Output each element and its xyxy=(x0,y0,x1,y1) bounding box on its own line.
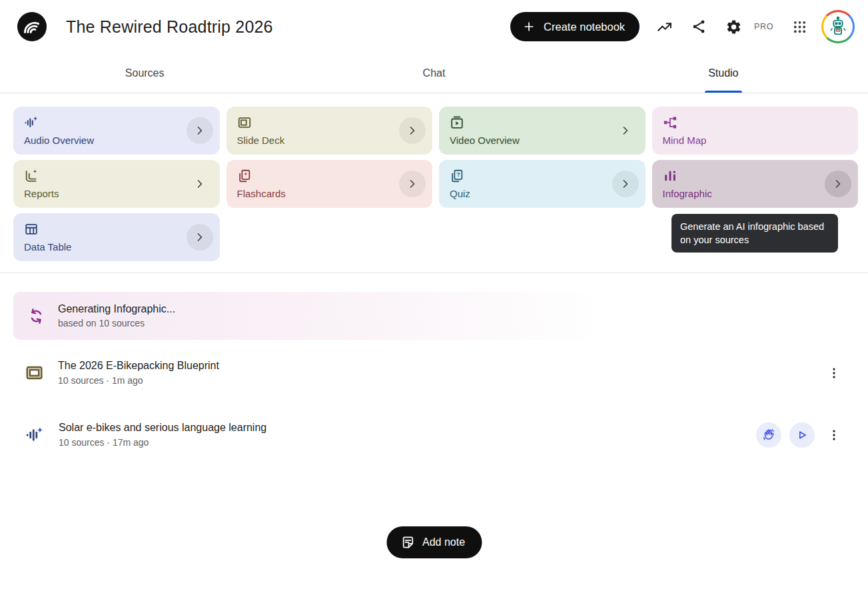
artifact-meta: 10 sources · 1m ago xyxy=(58,375,219,386)
studio-card-label: Data Table xyxy=(24,242,71,252)
add-note-button[interactable]: Add note xyxy=(386,526,482,558)
generating-title: Generating Infographic... xyxy=(58,303,175,315)
studio-card-label: Mind Map xyxy=(663,135,707,145)
chevron-right-icon[interactable] xyxy=(612,171,639,197)
artifact-title: The 2026 E-Bikepacking Blueprint xyxy=(58,360,219,372)
chevron-right-icon[interactable] xyxy=(187,224,213,251)
studio-card-reports[interactable]: Reports xyxy=(13,160,220,208)
artifact-row-slide-deck[interactable]: The 2026 E-Bikepacking Blueprint 10 sour… xyxy=(0,350,868,395)
studio-card-data-table[interactable]: Data Table xyxy=(13,213,220,261)
create-notebook-button[interactable]: Create notebook xyxy=(510,12,640,41)
svg-text:?: ? xyxy=(456,171,460,178)
plus-icon xyxy=(522,20,536,33)
more-options-icon[interactable] xyxy=(824,422,844,448)
share-icon[interactable] xyxy=(683,11,714,42)
settings-gear-icon[interactable] xyxy=(718,11,749,42)
artifact-row-audio-overview[interactable]: Solar e-bikes and serious language learn… xyxy=(0,412,868,457)
studio-card-video-overview[interactable]: Video Overview xyxy=(439,107,646,155)
chevron-right-icon[interactable] xyxy=(187,117,213,144)
mind-map-icon xyxy=(663,115,677,130)
studio-card-label: Video Overview xyxy=(450,135,520,145)
audio-waveform-sparkle-icon xyxy=(24,115,39,130)
tab-sources-label: Sources xyxy=(125,67,165,79)
studio-card-label: Flashcards xyxy=(237,189,286,199)
interactive-mode-button[interactable] xyxy=(756,422,781,448)
studio-card-audio-overview[interactable]: Audio Overview xyxy=(13,107,220,155)
studio-card-infographic[interactable]: Infographic xyxy=(652,160,859,208)
artifact-text: Solar e-bikes and serious language learn… xyxy=(59,422,266,448)
slide-deck-icon xyxy=(237,115,252,130)
artifact-title: Solar e-bikes and serious language learn… xyxy=(59,422,266,434)
studio-card-label: Quiz xyxy=(450,189,470,199)
studio-card-mind-map[interactable]: Mind Map xyxy=(652,107,859,155)
artifact-text: The 2026 E-Bikepacking Blueprint 10 sour… xyxy=(58,360,219,386)
section-divider xyxy=(0,273,868,273)
add-note-label: Add note xyxy=(422,536,465,548)
artifact-meta: 10 sources · 17m ago xyxy=(59,437,266,448)
play-button[interactable] xyxy=(789,422,815,448)
flashcards-icon xyxy=(237,169,252,183)
tab-studio-label: Studio xyxy=(708,67,738,79)
slide-deck-icon xyxy=(25,364,43,382)
tab-chat-label: Chat xyxy=(423,67,446,79)
notebook-title[interactable]: The Rewired Roadtrip 2026 xyxy=(66,17,273,37)
chevron-right-icon[interactable] xyxy=(399,171,426,197)
infographic-tooltip: Generate an AI infographic based on your… xyxy=(671,214,838,253)
chevron-right-icon[interactable] xyxy=(187,171,213,197)
play-icon xyxy=(795,428,809,442)
tab-chat[interactable]: Chat xyxy=(289,53,578,93)
studio-card-label: Reports xyxy=(24,189,59,199)
account-avatar[interactable] xyxy=(821,10,855,43)
data-table-icon xyxy=(24,222,39,237)
note-icon xyxy=(400,535,415,550)
panel-tabs: Sources Chat Studio xyxy=(0,53,868,93)
chevron-right-icon[interactable] xyxy=(825,171,851,197)
top-bar: The Rewired Roadtrip 2026 Create noteboo… xyxy=(0,0,868,53)
tab-sources[interactable]: Sources xyxy=(0,53,289,93)
tab-studio[interactable]: Studio xyxy=(579,53,868,93)
analytics-trending-icon[interactable] xyxy=(649,11,679,42)
studio-card-label: Slide Deck xyxy=(237,135,285,145)
notebooklm-logo[interactable] xyxy=(17,11,47,42)
generating-text: Generating Infographic... based on 10 so… xyxy=(58,303,175,328)
apps-grid-icon[interactable] xyxy=(784,11,815,42)
active-tab-underline xyxy=(705,91,742,93)
chevron-right-icon[interactable] xyxy=(612,117,639,144)
report-sparkle-icon xyxy=(24,169,39,183)
chevron-right-icon[interactable] xyxy=(399,117,426,144)
studio-card-slide-deck[interactable]: Slide Deck xyxy=(226,107,433,155)
more-options-icon[interactable] xyxy=(824,360,844,386)
create-notebook-label: Create notebook xyxy=(544,21,625,33)
generating-infographic-item[interactable]: Generating Infographic... based on 10 so… xyxy=(13,292,623,340)
sync-spinner-icon xyxy=(27,307,45,325)
audio-waveform-sparkle-icon xyxy=(25,426,44,444)
studio-card-quiz[interactable]: ? Quiz xyxy=(439,160,646,208)
waving-hand-icon xyxy=(761,428,776,442)
studio-card-flashcards[interactable]: Flashcards xyxy=(226,160,433,208)
robot-avatar-image xyxy=(823,12,853,41)
quiz-icon: ? xyxy=(450,169,464,183)
infographic-icon xyxy=(663,169,677,183)
pro-badge: PRO xyxy=(754,22,773,31)
video-overview-icon xyxy=(450,115,464,130)
studio-card-label: Audio Overview xyxy=(24,135,94,145)
generating-subtitle: based on 10 sources xyxy=(58,318,175,328)
studio-card-label: Infographic xyxy=(663,189,712,199)
